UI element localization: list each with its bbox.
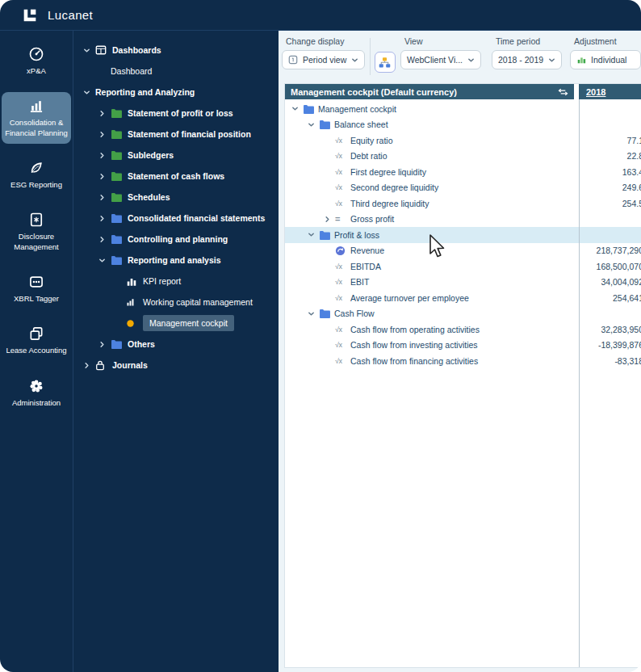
tree-item-statement-of-financial-position[interactable]: Statement of financial position	[73, 124, 279, 145]
tree-item-journals[interactable]: Journals	[73, 355, 279, 376]
navigation-tree: DashboardsDashboardReporting and Analyzi…	[73, 31, 279, 672]
tree-item-statement-of-cash-flows[interactable]: Statement of cash flows	[73, 166, 279, 187]
row-label-cell: Profit & loss	[285, 230, 574, 240]
time-period-select[interactable]: 2018 - 2019	[492, 50, 562, 69]
account-icon	[335, 246, 350, 256]
period-view-select[interactable]: Period view	[282, 50, 365, 69]
table-row-cash-flow-from-operating-activities[interactable]: √xCash flow from operating activities32,…	[285, 321, 641, 338]
module-item-esg-reporting[interactable]: ESG Reporting	[2, 154, 71, 195]
table-row-revenue[interactable]: Revenue218,737,290	[285, 243, 641, 259]
tree-item-label: Reporting and analysis	[128, 255, 221, 265]
chevron-right-icon[interactable]	[98, 110, 111, 117]
row-value: 32,283,950	[579, 325, 641, 334]
row-value: 163.4	[579, 167, 641, 177]
lucanet-logo-icon	[21, 6, 39, 24]
row-label: Management cockpit	[318, 104, 396, 114]
year-header-link[interactable]: 2018	[586, 87, 605, 97]
chevron-down-icon[interactable]	[308, 121, 319, 128]
chevron-right-icon[interactable]	[98, 215, 111, 222]
table-row-first-degree-liquidity[interactable]: √xFirst degree liquidity163.4	[285, 164, 641, 180]
tree-item-schedules[interactable]: Schedules	[73, 187, 279, 208]
adjustment-icon	[576, 55, 586, 65]
table-row-second-degree-liquidity[interactable]: √xSecond degree liquidity249.6	[285, 180, 641, 196]
copy-pages-icon	[28, 326, 44, 342]
table-row-cash-flow-from-investing-activities[interactable]: √xCash flow from investing activities-18…	[285, 338, 641, 354]
tree-item-dashboard[interactable]: Dashboard	[73, 61, 279, 82]
table-row-cash-flow-from-financing-activities[interactable]: √xCash flow from financing activities-83…	[285, 353, 641, 369]
chevron-right-icon[interactable]	[98, 131, 111, 138]
chevron-down-icon[interactable]	[308, 310, 319, 317]
hierarchy-view-button[interactable]	[375, 52, 396, 73]
toolbar: Change display Period view View WebClien…	[279, 31, 641, 78]
chevron-down-icon[interactable]	[308, 231, 319, 238]
tree-item-label: Statement of profit or loss	[128, 108, 233, 118]
tree-item-statement-of-profit-or-loss[interactable]: Statement of profit or loss	[73, 103, 279, 124]
row-value: 22.8	[579, 151, 641, 161]
kpi-bars-icon	[126, 276, 143, 287]
row-label: Debt ratio	[350, 151, 388, 161]
formula-icon: √x	[335, 168, 350, 176]
chevron-right-icon[interactable]	[83, 362, 95, 369]
table-row-gross-profit[interactable]: =Gross profit	[285, 212, 641, 228]
table-row-management-cockpit[interactable]: Management cockpit	[285, 101, 641, 117]
table-row-profit-loss[interactable]: Profit & loss	[285, 227, 641, 243]
chevron-down-icon[interactable]	[98, 257, 111, 264]
bar-chart-icon	[28, 98, 44, 114]
tree-item-label: Controlling and planning	[128, 234, 228, 244]
table-row-cash-flow[interactable]: Cash Flow	[285, 306, 641, 322]
module-item-xp-a[interactable]: xP&A	[2, 40, 71, 82]
row-label: EBITDA	[350, 262, 381, 271]
tree-item-others[interactable]: Others	[73, 334, 279, 355]
adjustment-select[interactable]: Individual	[570, 50, 641, 69]
folder-blue-icon	[111, 339, 128, 349]
chevron-right-icon[interactable]	[98, 173, 111, 180]
row-label: Revenue	[350, 246, 384, 255]
table-row-ebitda[interactable]: √xEBITDA168,500,070	[285, 258, 641, 275]
tree-item-dashboards[interactable]: Dashboards	[73, 40, 279, 61]
tree-item-subledgers[interactable]: Subledgers	[73, 145, 279, 166]
tree-item-reporting-and-analyzing[interactable]: Reporting and Analyzing	[73, 82, 279, 103]
row-label: Cash flow from investing activities	[350, 340, 478, 350]
chevron-right-icon[interactable]	[98, 341, 111, 348]
tree-item-consolidated-financial-statements[interactable]: Consolidated financial statements	[73, 208, 279, 229]
table-row-equity-ratio[interactable]: √xEquity ratio77.1	[285, 132, 641, 149]
module-item-lease-accounting[interactable]: Lease Accounting	[2, 320, 71, 361]
chevron-right-icon[interactable]	[98, 194, 111, 201]
chevron-right-icon[interactable]	[98, 152, 111, 159]
module-item-administration[interactable]: Administration	[2, 372, 71, 414]
equals-icon: =	[335, 214, 350, 224]
module-item-consolidation-financial-planning[interactable]: Consolidation & Financial Planning	[2, 92, 71, 144]
year-column-header: 2018	[579, 84, 641, 99]
tree-item-management-cockpit[interactable]: Management cockpit	[73, 313, 279, 334]
main-area: xP&AConsolidation & Financial PlanningES…	[0, 31, 641, 672]
folder-green-icon	[111, 108, 128, 118]
tree-item-reporting-and-analysis[interactable]: Reporting and analysis	[73, 250, 279, 271]
table-row-average-turnover-per-employee[interactable]: √xAverage turnover per employee254,641	[285, 290, 641, 306]
tree-item-kpi-report[interactable]: KPI report	[73, 271, 279, 292]
row-value: 254,641	[579, 293, 641, 303]
chevron-down-icon[interactable]	[83, 89, 95, 96]
folder-blue-icon	[319, 120, 334, 129]
chevron-right-icon[interactable]	[98, 236, 111, 243]
tree-item-controlling-and-planning[interactable]: Controlling and planning	[73, 229, 279, 250]
table-row-balance-sheet[interactable]: Balance sheet	[285, 117, 641, 133]
table-row-third-degree-liquidity[interactable]: √xThird degree liquidity254.5	[285, 195, 641, 212]
tree-item-label: Schedules	[128, 192, 170, 202]
tree-item-working-capital-management[interactable]: Working capital management	[73, 292, 279, 313]
module-label: Disclosure Management	[3, 232, 69, 252]
swap-columns-icon[interactable]	[558, 88, 568, 96]
module-bar: xP&AConsolidation & Financial PlanningES…	[0, 31, 73, 672]
view-select[interactable]: WebClient Vi...	[400, 50, 481, 69]
chevron-down-icon[interactable]	[291, 105, 303, 112]
row-label: Second degree liquidity	[350, 183, 438, 192]
row-label-cell: √xEBITDA	[285, 262, 574, 271]
module-item-xbrl-tagger[interactable]: XBRL Tagger	[2, 268, 71, 309]
module-item-disclosure-management[interactable]: Disclosure Management	[2, 206, 71, 258]
chevron-down-icon	[467, 57, 475, 64]
table-row-debt-ratio[interactable]: √xDebt ratio22.8	[285, 149, 641, 165]
chevron-right-icon[interactable]	[324, 216, 335, 223]
chevron-down-icon[interactable]	[83, 47, 95, 54]
brand-text: Lucanet	[48, 8, 93, 22]
table-row-ebit[interactable]: √xEBIT34,004,092	[285, 275, 641, 291]
tree-item-label: Consolidated financial statements	[128, 213, 265, 223]
